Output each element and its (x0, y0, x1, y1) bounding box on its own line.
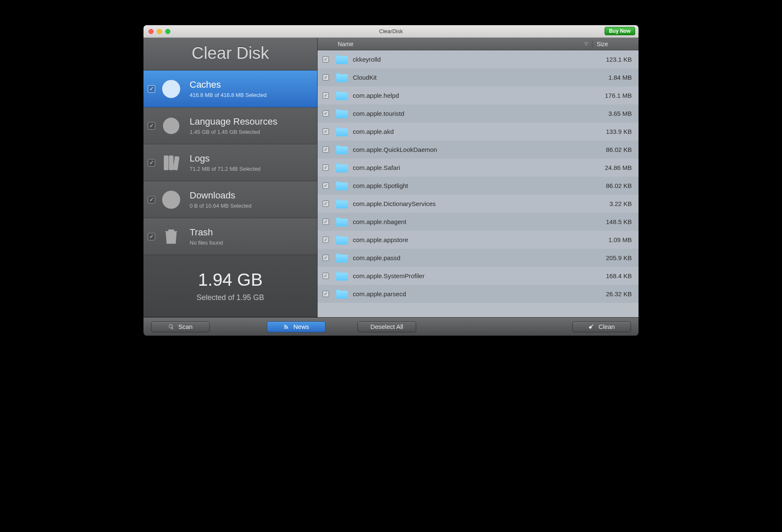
summary-selected-size: 1.94 GB (198, 270, 263, 290)
category-text: Language Resources1.45 GB of 1.45 GB Sel… (190, 116, 277, 135)
binders-icon (159, 151, 183, 175)
row-checkbox[interactable]: ✓ (323, 146, 329, 153)
clock-icon (159, 77, 183, 101)
row-checkbox-cell: ✓ (318, 219, 334, 225)
category-checkbox[interactable]: ✓ (148, 122, 155, 130)
row-checkbox[interactable]: ✓ (323, 201, 329, 207)
table-row[interactable]: ✓com.apple.appstore1.09 MB (318, 231, 639, 249)
news-button-label: News (293, 323, 309, 330)
row-name-cell: com.apple.parsecd (334, 289, 592, 299)
table-row[interactable]: ✓com.apple.nbagent148.5 KB (318, 213, 639, 231)
svg-rect-3 (169, 156, 173, 170)
row-name-cell: CloudKit (334, 73, 592, 82)
sidebar-item-language-resources[interactable]: ✓Language Resources1.45 GB of 1.45 GB Se… (143, 107, 317, 144)
category-subtitle: No files found (190, 240, 223, 246)
table-row[interactable]: ✓com.apple.Spotlight86.02 KB (318, 177, 639, 195)
deselect-all-button[interactable]: Deselect All (357, 321, 416, 332)
category-text: Downloads0 B of 10.64 MB Selected (190, 190, 251, 209)
table-row[interactable]: ✓com.apple.parsecd26.32 KB (318, 285, 639, 303)
row-checkbox-cell: ✓ (318, 128, 334, 135)
folder-icon (336, 253, 348, 263)
folder-icon (336, 289, 348, 299)
titlebar: ClearDisk Buy Now (143, 25, 639, 38)
table-row[interactable]: ✓com.apple.passd205.9 KB (318, 249, 639, 267)
table-row[interactable]: ✓com.apple.SystemProfiler168.4 KB (318, 267, 639, 285)
row-checkbox[interactable]: ✓ (323, 255, 329, 261)
row-size: 86.02 KB (592, 146, 639, 153)
download-icon (159, 188, 183, 211)
row-checkbox-cell: ✓ (318, 255, 334, 261)
main-panel: Name ▽ Size ✓ckkeyrolld123.1 KB✓CloudKit… (318, 38, 639, 317)
row-name-cell: com.apple.appstore (334, 235, 592, 245)
folder-icon (336, 181, 348, 190)
table-row[interactable]: ✓com.apple.akd133.9 KB (318, 123, 639, 141)
category-checkbox[interactable]: ✓ (148, 85, 155, 93)
sidebar-item-logs[interactable]: ✓Logs71.2 MB of 71.2 MB Selected (143, 144, 317, 181)
clean-button[interactable]: Clean (572, 321, 631, 332)
row-checkbox[interactable]: ✓ (323, 74, 329, 81)
category-text: Logs71.2 MB of 71.2 MB Selected (190, 153, 261, 172)
row-name-cell: com.apple.touristd (334, 109, 592, 118)
row-checkbox-cell: ✓ (318, 291, 334, 297)
folder-icon (336, 55, 348, 64)
row-checkbox-cell: ✓ (318, 183, 334, 189)
category-subtitle: 71.2 MB of 71.2 MB Selected (190, 166, 261, 172)
table-row[interactable]: ✓com.apple.helpd176.1 MB (318, 86, 639, 104)
rss-icon (283, 324, 289, 330)
row-checkbox[interactable]: ✓ (323, 128, 329, 135)
column-header-name[interactable]: Name ▽ (334, 41, 592, 47)
news-button[interactable]: News (267, 321, 326, 332)
table-row[interactable]: ✓com.apple.DictionaryServices3.22 KB (318, 195, 639, 213)
category-checkbox[interactable]: ✓ (148, 233, 155, 240)
trash-icon (159, 225, 183, 248)
row-name: com.apple.Safari (353, 164, 400, 171)
row-checkbox-cell: ✓ (318, 146, 334, 153)
table-row[interactable]: ✓CloudKit1.84 MB (318, 68, 639, 86)
table-row[interactable]: ✓com.apple.QuickLookDaemon86.02 KB (318, 141, 639, 159)
column-header-size[interactable]: Size (592, 41, 639, 47)
buy-now-button[interactable]: Buy Now (605, 27, 635, 35)
category-subtitle: 1.45 GB of 1.45 GB Selected (190, 129, 277, 135)
category-subtitle: 0 B of 10.64 MB Selected (190, 203, 251, 209)
row-checkbox[interactable]: ✓ (323, 183, 329, 189)
category-title: Downloads (190, 190, 251, 201)
sidebar-item-trash[interactable]: ✓TrashNo files found (143, 218, 317, 255)
row-checkbox[interactable]: ✓ (323, 291, 329, 297)
table-body[interactable]: ✓ckkeyrolld123.1 KB✓CloudKit1.84 MB✓com.… (318, 50, 639, 317)
search-icon (168, 324, 174, 330)
row-size: 3.22 KB (592, 200, 639, 207)
sort-descending-icon: ▽ (584, 41, 588, 47)
row-name: com.apple.helpd (353, 92, 399, 99)
bottom-toolbar: Scan News Deselect All Clean (143, 317, 639, 336)
row-name: com.apple.nbagent (353, 218, 407, 225)
category-title: Logs (190, 153, 261, 164)
row-checkbox[interactable]: ✓ (323, 110, 329, 117)
scan-button[interactable]: Scan (151, 321, 210, 332)
table-row[interactable]: ✓ckkeyrolld123.1 KB (318, 50, 639, 68)
window: ClearDisk Buy Now Clear Disk ✓Caches416.… (143, 25, 639, 336)
row-size: 26.32 KB (592, 290, 639, 297)
row-size: 24.86 MB (592, 164, 639, 171)
row-checkbox[interactable]: ✓ (323, 273, 329, 279)
row-checkbox[interactable]: ✓ (323, 92, 329, 99)
category-checkbox[interactable]: ✓ (148, 196, 155, 203)
app-title: Clear Disk (143, 38, 317, 70)
sidebar-item-downloads[interactable]: ✓Downloads0 B of 10.64 MB Selected (143, 181, 317, 218)
row-checkbox[interactable]: ✓ (323, 56, 329, 63)
row-size: 1.09 MB (592, 236, 639, 243)
table-row[interactable]: ✓com.apple.Safari24.86 MB (318, 159, 639, 177)
row-name: ckkeyrolld (353, 56, 381, 63)
row-checkbox[interactable]: ✓ (323, 164, 329, 171)
category-checkbox[interactable]: ✓ (148, 159, 155, 167)
row-checkbox[interactable]: ✓ (323, 237, 329, 243)
row-name-cell: com.apple.helpd (334, 91, 592, 100)
row-size: 205.9 KB (592, 254, 639, 261)
category-title: Language Resources (190, 116, 277, 127)
folder-icon (336, 109, 348, 118)
row-size: 168.4 KB (592, 272, 639, 279)
category-subtitle: 416.8 MB of 416.8 MB Selected (190, 92, 267, 98)
table-row[interactable]: ✓com.apple.touristd3.65 MB (318, 104, 639, 123)
summary-panel: 1.94 GB Selected of 1.95 GB (143, 255, 317, 317)
sidebar-item-caches[interactable]: ✓Caches416.8 MB of 416.8 MB Selected (143, 70, 317, 107)
row-checkbox[interactable]: ✓ (323, 219, 329, 225)
